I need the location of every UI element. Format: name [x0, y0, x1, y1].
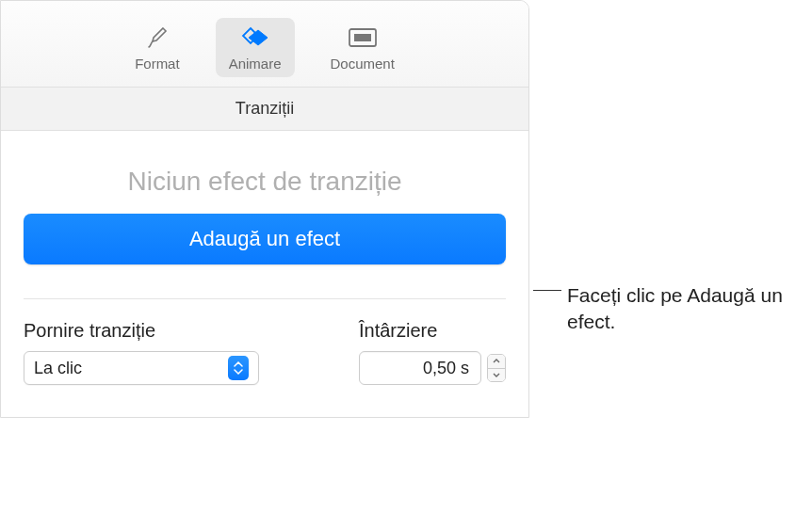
tab-format[interactable]: Format	[122, 18, 193, 77]
inspector-panel: Format Animare Document Tranziții Niciun	[0, 0, 529, 418]
stepper-buttons	[487, 354, 506, 382]
paintbrush-icon	[144, 24, 171, 52]
stepper-down-button[interactable]	[488, 369, 505, 382]
delay-group: Întârziere	[359, 320, 506, 385]
tab-document[interactable]: Document	[317, 18, 408, 77]
tab-animate-label: Animare	[229, 56, 282, 72]
divider	[24, 298, 506, 299]
add-effect-button[interactable]: Adaugă un efect	[24, 214, 506, 264]
tab-format-label: Format	[135, 56, 180, 72]
start-transition-select[interactable]: La clic	[24, 351, 259, 385]
delay-input[interactable]	[359, 351, 481, 385]
tab-document-label: Document	[331, 56, 395, 72]
controls-row: Pornire tranziție La clic Întârziere	[24, 320, 506, 385]
callout: Faceți clic pe Adaugă un efect.	[533, 282, 803, 336]
callout-line	[533, 290, 561, 291]
delay-stepper	[359, 351, 506, 385]
chevron-up-icon	[493, 359, 500, 363]
document-icon	[348, 24, 378, 52]
content-area: Niciun efect de tranziție Adaugă un efec…	[1, 131, 528, 417]
stepper-up-button[interactable]	[488, 355, 505, 369]
svg-rect-1	[354, 34, 371, 41]
updown-arrows-icon	[228, 356, 249, 380]
diamond-stack-icon	[239, 24, 271, 52]
toolbar: Format Animare Document	[1, 1, 528, 88]
start-value: La clic	[34, 359, 228, 378]
no-effect-text: Niciun efect de tranziție	[24, 167, 506, 197]
section-title: Tranziții	[1, 88, 528, 131]
chevron-down-icon	[493, 373, 500, 377]
start-label: Pornire tranziție	[24, 320, 321, 342]
delay-label: Întârziere	[359, 320, 506, 342]
callout-text: Faceți clic pe Adaugă un efect.	[567, 282, 803, 336]
tab-animate[interactable]: Animare	[216, 18, 295, 77]
start-transition-group: Pornire tranziție La clic	[24, 320, 321, 385]
